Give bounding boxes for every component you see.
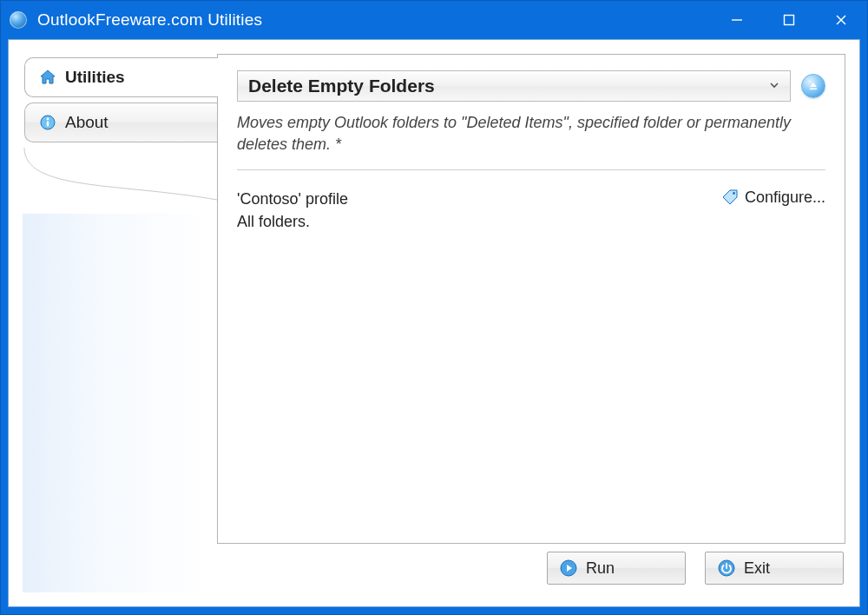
close-button[interactable] xyxy=(815,1,867,39)
power-icon xyxy=(718,559,735,577)
svg-rect-7 xyxy=(810,89,817,90)
home-icon xyxy=(39,69,56,86)
sidebar: Utilities About Outlook Freeware .com xyxy=(23,54,217,544)
window-controls xyxy=(711,1,867,39)
maximize-button[interactable] xyxy=(763,1,815,39)
configure-label: Configure... xyxy=(745,188,825,207)
profile-line: 'Contoso' profile xyxy=(237,188,348,210)
minimize-button[interactable] xyxy=(711,1,763,39)
footer: Run Exit xyxy=(23,544,845,592)
svg-rect-1 xyxy=(785,16,794,25)
run-button[interactable]: Run xyxy=(547,552,686,585)
tab-about[interactable]: About xyxy=(24,102,217,142)
tab-label: Utilities xyxy=(65,68,125,87)
exit-label: Exit xyxy=(744,559,770,578)
tag-icon xyxy=(720,188,740,207)
window-title: OutlookFreeware.com Utilities xyxy=(37,10,262,30)
scope-line: All folders. xyxy=(237,210,348,233)
exit-button[interactable]: Exit xyxy=(705,552,844,585)
divider xyxy=(237,169,825,170)
main-panel: Delete Empty Folders Moves empty Outlook… xyxy=(217,54,845,544)
config-summary: 'Contoso' profile All folders. xyxy=(237,188,348,233)
eject-icon xyxy=(808,81,819,91)
tab-label: About xyxy=(65,113,108,132)
play-icon xyxy=(560,559,577,577)
info-icon xyxy=(39,114,56,131)
svg-rect-6 xyxy=(47,122,49,127)
svg-point-5 xyxy=(47,118,49,121)
svg-point-8 xyxy=(733,192,735,195)
app-icon xyxy=(10,11,27,29)
tab-utilities[interactable]: Utilities xyxy=(24,57,218,97)
collapse-button[interactable] xyxy=(801,74,825,98)
chevron-down-icon xyxy=(769,79,779,93)
client-area: Utilities About Outlook Freeware .com xyxy=(8,39,860,607)
configure-link[interactable]: Configure... xyxy=(720,188,825,207)
utility-dropdown[interactable]: Delete Empty Folders xyxy=(237,70,791,102)
run-label: Run xyxy=(586,559,615,578)
titlebar: OutlookFreeware.com Utilities xyxy=(1,1,867,39)
utility-title: Delete Empty Folders xyxy=(248,76,435,96)
app-window: OutlookFreeware.com Utilities xyxy=(0,0,868,615)
utility-description: Moves empty Outlook folders to "Deleted … xyxy=(237,112,825,155)
sidebar-curve xyxy=(23,148,217,226)
